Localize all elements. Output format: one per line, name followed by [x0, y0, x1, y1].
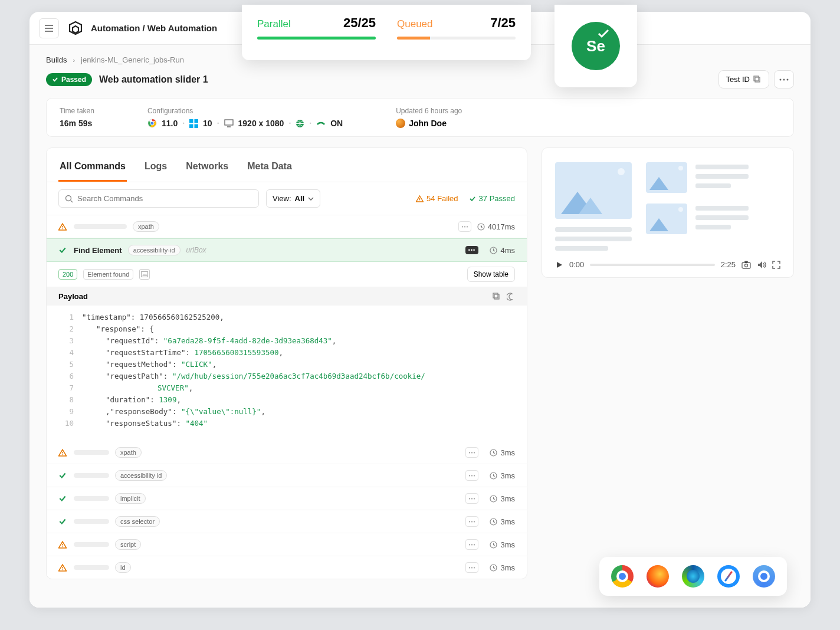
search-icon	[65, 195, 73, 203]
screenshot-thumb-icon[interactable]	[139, 269, 150, 280]
svg-point-34	[469, 498, 470, 499]
clock-icon	[490, 518, 497, 526]
clock-icon	[490, 472, 497, 480]
svg-point-31	[471, 475, 472, 476]
svg-rect-0	[755, 77, 760, 82]
check-icon	[58, 517, 67, 526]
chrome-icon	[611, 565, 634, 588]
command-row[interactable]: xpath 3ms	[47, 441, 527, 464]
svg-point-50	[474, 567, 475, 568]
check-icon	[58, 246, 67, 254]
row-more-button[interactable]	[465, 562, 478, 573]
menu-button[interactable]	[39, 18, 59, 38]
row-more-button[interactable]	[465, 447, 478, 458]
video-progress[interactable]	[590, 264, 714, 266]
svg-point-32	[474, 475, 475, 476]
more-button[interactable]	[774, 70, 794, 88]
payload-code: 1"timestamp": 170566560162525200, 2"resp…	[47, 306, 527, 441]
chevron-down-icon	[308, 197, 314, 201]
command-meta-row: 200 Element found Show table	[47, 262, 527, 287]
svg-point-47	[62, 569, 63, 570]
row-time: 3ms	[484, 540, 515, 549]
volume-icon[interactable]	[757, 261, 766, 269]
view-filter-select[interactable]: View: All	[266, 189, 320, 208]
fullscreen-icon[interactable]	[772, 261, 780, 269]
on-label: ON	[330, 119, 343, 128]
command-row[interactable]: css selector 3ms	[47, 510, 527, 533]
command-row-active[interactable]: Find Element accessibility-id urlBox •••…	[47, 238, 527, 262]
selenium-badge: Se	[554, 5, 637, 87]
more-horizontal-icon	[779, 78, 789, 81]
row-more-button[interactable]: •••	[465, 246, 478, 254]
row-more-button[interactable]	[465, 539, 478, 550]
command-row[interactable]: xpath 4017ms	[47, 215, 527, 238]
avatar	[396, 119, 405, 128]
command-row[interactable]: id 3ms	[47, 556, 527, 579]
svg-point-19	[467, 226, 468, 227]
check-icon	[58, 494, 67, 503]
tab-meta-data[interactable]: Meta Data	[246, 155, 293, 182]
search-input[interactable]	[77, 194, 252, 203]
warning-icon	[58, 449, 67, 457]
check-icon	[58, 471, 67, 480]
app-logo-icon	[67, 20, 84, 37]
browser-version: 11.0	[162, 119, 178, 128]
firefox-icon	[647, 565, 669, 588]
browser-strip	[599, 557, 787, 596]
warning-icon	[58, 564, 67, 572]
monitor-icon	[224, 119, 234, 127]
tab-all-commands[interactable]: All Commands	[58, 155, 127, 182]
tab-logs[interactable]: Logs	[143, 155, 168, 182]
copy-icon	[753, 76, 762, 84]
app-breadcrumb: Automation / Web Automation	[91, 23, 217, 33]
video-thumb-small	[646, 162, 687, 193]
svg-point-40	[474, 521, 475, 522]
stats-overlay: Parallel 25/25 Queued 7/25	[242, 5, 531, 60]
svg-rect-24	[493, 293, 498, 298]
row-more-button[interactable]	[465, 516, 478, 527]
command-row[interactable]: implicit 3ms	[47, 487, 527, 510]
parallel-value: 25/25	[343, 15, 376, 31]
svg-point-27	[471, 452, 472, 453]
breadcrumb-root[interactable]: Builds	[46, 55, 67, 64]
row-more-button[interactable]	[465, 470, 478, 481]
command-row[interactable]: script 3ms	[47, 533, 527, 556]
app-window: Automation / Web Automation Builds › jen…	[29, 12, 811, 608]
locator-chip: implicit	[115, 493, 146, 504]
command-sub: urlBox	[186, 246, 206, 254]
locator-chip: accessibility-id	[128, 245, 181, 255]
svg-point-49	[471, 567, 472, 568]
svg-rect-9	[195, 119, 199, 123]
svg-rect-52	[742, 262, 750, 268]
payload-header: Payload	[47, 287, 527, 306]
camera-icon[interactable]	[741, 261, 751, 269]
command-row[interactable]: accessibility id 3ms	[47, 464, 527, 487]
test-id-button[interactable]: Test ID	[718, 70, 769, 88]
skeleton-text	[74, 473, 109, 478]
dark-mode-icon[interactable]	[507, 293, 515, 301]
show-table-button[interactable]: Show table	[467, 267, 515, 282]
row-more-button[interactable]	[458, 221, 471, 232]
passed-count: 37 Passed	[469, 194, 515, 203]
config-label: Configurations	[147, 107, 343, 115]
queued-bar	[397, 37, 516, 40]
svg-point-4	[787, 78, 789, 80]
svg-rect-1	[754, 76, 759, 81]
clock-icon	[490, 541, 497, 549]
play-icon[interactable]	[555, 261, 563, 269]
queued-value: 7/25	[490, 15, 516, 31]
check-icon	[52, 76, 58, 83]
breadcrumb-child[interactable]: jenkins-ML_Generic_jobs-Run	[81, 55, 184, 64]
svg-point-53	[745, 264, 748, 267]
globe-icon	[296, 119, 304, 128]
row-time: 3ms	[484, 471, 515, 480]
check-icon	[469, 195, 476, 202]
skeleton-text	[74, 450, 109, 455]
tab-networks[interactable]: Networks	[185, 155, 229, 182]
video-thumb-small	[646, 204, 687, 234]
search-input-wrap[interactable]	[58, 189, 259, 208]
row-more-button[interactable]	[465, 493, 478, 504]
copy-icon[interactable]	[493, 293, 501, 301]
svg-point-15	[419, 200, 420, 201]
svg-point-36	[474, 498, 475, 499]
